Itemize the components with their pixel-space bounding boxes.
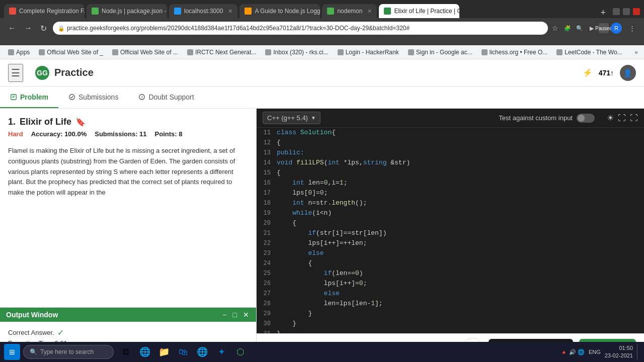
line-number: 11	[257, 128, 277, 138]
taskbar-browser[interactable]: 🌐	[193, 343, 211, 361]
problem-bookmark-icon[interactable]: 🔖	[75, 117, 86, 127]
output-controls: − □ ✕	[221, 311, 250, 319]
tab-close-icon[interactable]: ✕	[367, 8, 372, 15]
line-code: else	[277, 289, 340, 299]
output-expand-button[interactable]: □	[232, 311, 238, 319]
bookmarks-more[interactable]: »	[632, 48, 640, 57]
code-token: {	[332, 129, 336, 136]
reload-button[interactable]: ↻	[38, 23, 49, 34]
svg-rect-0	[11, 94, 17, 100]
show-desktop-button[interactable]	[637, 344, 640, 360]
back-button[interactable]: ←	[6, 23, 18, 34]
tab-doubt[interactable]: ? Doubt Support	[128, 86, 204, 108]
profile-icon[interactable]: R	[611, 23, 622, 34]
bookmark-favicon	[187, 49, 193, 55]
maximize-button[interactable]	[623, 8, 630, 15]
ext-icon-1[interactable]: 🧩	[562, 23, 573, 33]
expand-editor-button[interactable]: ⛶	[630, 113, 638, 123]
minimize-button[interactable]	[613, 8, 620, 15]
code-editor[interactable]: 11class Solution{12{13public:14void fill…	[257, 128, 644, 333]
line-number: 22	[257, 238, 277, 248]
code-line: 21 if(str[i]==str[len])	[257, 228, 644, 238]
code-token: ,i=	[328, 179, 339, 187]
code-token: {	[277, 169, 281, 176]
taskbar-store[interactable]: 🛍	[174, 343, 192, 361]
line-code: {	[277, 218, 296, 228]
language-selector[interactable]: C++ (g++ 5.4) ▼	[263, 112, 320, 124]
code-line: 24 {	[257, 258, 644, 268]
tab-label: Node.js | package.json - Gee...	[102, 8, 167, 15]
browser-tab-tab3[interactable]: localhost:3000✕	[169, 4, 237, 18]
bookmark-item[interactable]: IRCTC Next Generat...	[183, 48, 260, 57]
bookmark-label: IRCTC Next Generat...	[195, 49, 256, 56]
bookmark-item[interactable]: Sign in - Google ac...	[404, 48, 476, 57]
bookmark-item[interactable]: Inbox (320) - rks.ci...	[261, 48, 332, 57]
code-token: }	[277, 310, 312, 317]
test-toggle-switch[interactable]	[577, 114, 595, 123]
browser-tab-tab2[interactable]: Node.js | package.json - Gee...✕	[87, 4, 167, 18]
left-panel: 1. Elixir of Life 🔖 Hard Accuracy: 100.0…	[0, 109, 257, 362]
tab-submissions[interactable]: Submissions	[58, 86, 128, 108]
start-button[interactable]: ⊞	[4, 344, 20, 360]
taskbar-task-view[interactable]: ⧉	[117, 343, 135, 361]
tab-label: localhost:3000	[184, 8, 223, 15]
fullscreen-button[interactable]: ⛶	[618, 113, 626, 123]
browser-tab-tab4[interactable]: A Guide to Node.js Logging...✕	[239, 4, 320, 18]
bookmark-star-button[interactable]: ☆	[552, 24, 558, 32]
bookmark-label: Login - HackerRank	[346, 49, 399, 56]
line-code: if(len==0)	[277, 268, 363, 279]
code-token: int	[328, 159, 339, 166]
tab-favicon	[327, 8, 334, 15]
line-code: int n=str.length();	[277, 198, 367, 208]
code-token: 0	[359, 280, 363, 287]
bookmark-item[interactable]: Official Web Site of ...	[108, 48, 182, 57]
problem-body: Flamel is making the Elixir of Life but …	[0, 142, 256, 206]
code-token: )	[359, 269, 363, 277]
tab-close-icon[interactable]: ✕	[228, 8, 232, 15]
browser-tab-tab6[interactable]: Elixir of Life | Practice | Geek...✕	[379, 4, 459, 18]
hamburger-menu[interactable]: ☰	[8, 64, 23, 82]
theme-toggle-button[interactable]: ☀	[607, 113, 614, 123]
taskbar-search[interactable]: 🔍 Type here to search	[23, 345, 114, 359]
line-number: 27	[257, 289, 277, 299]
line-number: 20	[257, 218, 277, 228]
bookmark-item[interactable]: Apps	[4, 48, 34, 57]
bookmark-item[interactable]: Official Web Site of _	[35, 48, 107, 57]
output-close-button[interactable]: ✕	[242, 311, 250, 319]
line-number: 26	[257, 279, 277, 289]
toggle-knob	[578, 115, 585, 122]
taskbar-right: 🔺 🔊 🌐 ENG 01:50 23-02-2021	[560, 344, 640, 360]
taskbar-edge[interactable]: 🌐	[136, 343, 154, 361]
lightning-icon: ⚡	[583, 68, 593, 77]
bookmark-item[interactable]: lichess.org • Free O...	[477, 48, 552, 57]
bookmark-item[interactable]: LeetCode - The Wo...	[552, 48, 626, 57]
close-button[interactable]	[633, 8, 640, 15]
ext-icon-2[interactable]: 🔍	[575, 23, 585, 33]
browser-tab-tab1[interactable]: Complete Registration F...✕	[4, 4, 85, 18]
code-token: 1	[371, 300, 375, 307]
output-minimize-button[interactable]: −	[221, 311, 227, 319]
taskbar-explorer[interactable]: 📁	[155, 343, 173, 361]
bookmark-item[interactable]: Programming chall...	[627, 48, 632, 57]
tab-favicon	[92, 8, 99, 15]
forward-button[interactable]: →	[22, 23, 34, 34]
code-line: 22 lps[i++]=++len;	[257, 238, 644, 248]
chevron-down-icon: ▼	[311, 115, 316, 121]
bookmark-item[interactable]: Login - HackerRank	[334, 48, 403, 57]
code-token: lps[	[277, 189, 308, 197]
code-token: len=lps[len-	[277, 300, 371, 307]
line-number: 25	[257, 268, 277, 279]
code-line: 17 lps[0]=0;	[257, 188, 644, 198]
code-line: 14void fillLPS(int *lps,string &str)	[257, 158, 644, 168]
browser-tab-tab5[interactable]: nodemon✕	[322, 4, 377, 18]
taskbar-node[interactable]: ⬡	[231, 343, 250, 361]
tab-problem[interactable]: Problem	[0, 86, 58, 108]
settings-icon[interactable]: ⋮	[626, 22, 638, 34]
taskbar-vscode[interactable]: ✦	[212, 343, 230, 361]
address-bar[interactable]: 🔒 practice.geeksforgeeks.org/problems/20…	[53, 22, 548, 35]
taskbar-clock: 01:50 23-02-2021	[605, 344, 633, 360]
right-panel: C++ (g++ 5.4) ▼ Test against custom inpu…	[257, 109, 644, 362]
new-tab-button[interactable]: +	[597, 8, 609, 18]
tab-favicon	[9, 8, 16, 15]
user-avatar[interactable]: 👤	[620, 65, 636, 81]
